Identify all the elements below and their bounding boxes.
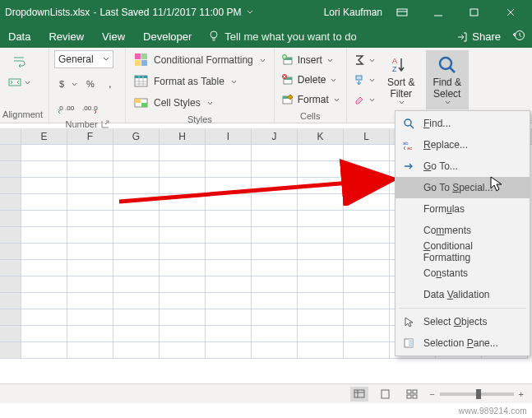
col-header[interactable]: J [252,128,298,144]
sort-filter-button[interactable]: AZ Sort & Filter [380,50,423,109]
pointer-icon [400,314,417,330]
svg-text:ac: ac [407,146,412,151]
separator-dash: - [93,7,96,18]
group-number: General $ % , .0.00 . [49,48,126,123]
page-break-view-button[interactable] [403,387,421,402]
menu-select-objects[interactable]: Select Objects [396,311,530,332]
autosum-button[interactable] [352,50,377,70]
wrap-text-button[interactable] [5,53,34,71]
last-saved-time: 11/1/2017 11:00 PM [152,7,241,18]
col-header[interactable]: I [206,128,252,144]
svg-text:Z: Z [392,65,397,73]
watermark: www.989214.com [459,406,527,416]
goto-icon [400,158,417,174]
menu-constants[interactable]: Constants [396,262,530,284]
svg-text:$: $ [59,79,64,89]
menu-dataval-label: alidation [453,289,490,300]
history-button[interactable] [512,29,525,44]
zoom-in-button[interactable]: + [519,389,524,399]
menu-goto-label: o To... [431,160,457,172]
conditional-formatting-button[interactable]: Conditional Formatting [131,50,269,70]
tab-bar: Data Review View Developer Tell me what … [0,25,532,48]
menu-comments[interactable]: Comments [396,220,530,241]
menu-separator [399,308,526,309]
delete-icon [281,73,294,86]
tab-data[interactable]: Data [7,27,32,46]
number-format-value: General [58,53,94,65]
menu-selection-pane[interactable]: Selection Pane... [396,332,530,354]
menu-formulas[interactable]: Formulas [396,198,530,220]
menu-find-label: ind... [429,118,451,129]
accounting-format-button[interactable]: $ [54,75,81,93]
clear-button[interactable] [352,90,377,109]
fill-button[interactable] [352,70,377,90]
menu-goto[interactable]: Go To... [396,156,530,177]
delete-label: Delete [298,74,326,86]
close-button[interactable] [494,0,527,25]
ribbon-options-button[interactable] [386,0,419,25]
styles-group-label: Styles [187,114,212,124]
tab-developer[interactable]: Developer [141,27,193,46]
format-cells-button[interactable]: Format [280,90,341,109]
tell-me-box[interactable]: Tell me what you want to do [208,30,356,43]
menu-selpane-label: ane... [474,337,498,349]
share-button[interactable]: Share [456,30,501,43]
cells-group-label: Cells [300,111,320,121]
lightbulb-icon [208,30,220,42]
delete-cells-button[interactable]: Delete [280,70,341,90]
insert-cells-button[interactable]: Insert [280,50,341,70]
cell-styles-button[interactable]: Cell Styles [131,93,269,113]
col-header[interactable]: G [113,128,160,144]
svg-point-33 [405,119,411,126]
zoom-out-button[interactable]: − [429,389,434,399]
menu-goto-special[interactable]: Go To Special... [396,177,530,198]
svg-text:A: A [392,57,397,65]
decrease-decimal-button[interactable]: .00.0 [79,100,102,118]
number-format-dropdown[interactable]: General [54,50,113,68]
share-icon [456,30,467,42]
col-header[interactable]: L [344,128,390,144]
percent-format-button[interactable]: % [82,75,100,93]
svg-rect-29 [356,76,362,80]
increase-decimal-button[interactable]: .0.00 [54,100,77,118]
alignment-group-label: Alignment [2,109,43,119]
menu-conditional-formatting[interactable]: Conditional Formatting [396,241,530,262]
normal-view-button[interactable] [350,387,368,402]
merge-center-button[interactable] [5,73,34,91]
conditional-formatting-icon [134,53,149,67]
user-name: Lori Kaufman [324,7,382,18]
svg-text:.00: .00 [82,104,92,112]
menu-data-validation[interactable]: Data Validation [396,284,530,305]
menu-find[interactable]: Find... [396,113,530,134]
maximize-button[interactable] [458,0,491,25]
col-header[interactable]: H [160,128,206,144]
page-layout-view-button[interactable] [377,387,395,402]
last-saved-label: Last Saved [99,7,149,18]
svg-text:,: , [109,78,112,90]
menu-replace[interactable]: abac Replace... [396,134,530,156]
magnifier-icon [400,115,417,132]
svg-rect-4 [9,79,21,86]
eraser-icon [354,94,365,105]
tab-view[interactable]: View [100,27,127,46]
dialog-launcher-icon[interactable] [101,120,109,128]
col-header[interactable]: K [298,128,344,144]
svg-rect-14 [135,60,141,66]
saved-dropdown-icon[interactable] [247,7,253,18]
svg-rect-41 [407,390,411,393]
menu-replace-label: eplace... [431,139,468,151]
menu-constants-label: stants [442,267,468,279]
comma-format-button[interactable]: , [102,75,120,93]
find-select-button[interactable]: Find & Select [426,50,469,109]
format-as-table-button[interactable]: Format as Table [131,72,269,91]
find-select-menu: Find... abac Replace... Go To... Go To S… [395,110,530,356]
select-all-corner[interactable] [0,128,21,144]
find-select-icon [437,54,458,76]
fill-down-icon [354,74,365,86]
tab-review[interactable]: Review [47,27,86,46]
minimize-button[interactable] [422,0,455,25]
zoom-slider[interactable]: − + [429,389,524,399]
conditional-formatting-label: Conditional Formatting [154,54,253,66]
svg-text:.0: .0 [58,104,63,112]
file-name: DropdownLists.xlsx [5,7,90,18]
